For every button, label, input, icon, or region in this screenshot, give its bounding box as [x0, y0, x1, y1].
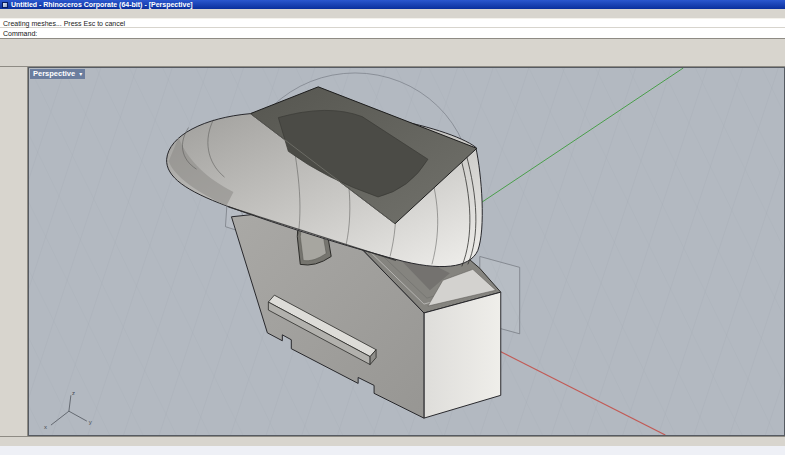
viewport-title: Perspective [33, 69, 75, 79]
menu-bar [0, 9, 785, 19]
viewport-canvas[interactable]: z x y [29, 68, 784, 435]
command-prompt[interactable]: Command: [0, 28, 785, 39]
command-history-line: Creating meshes... Press Esc to cancel [0, 19, 785, 28]
viewport-title-badge[interactable]: Perspective ▾ [30, 69, 85, 79]
toolbar-tab-row [0, 39, 785, 51]
rhino-app-icon [2, 2, 8, 8]
window-title: Untitled - Rhinoceros Corporate (64-bit)… [11, 1, 193, 8]
main-toolbar [0, 51, 785, 67]
viewport-menu-arrow-icon[interactable]: ▾ [79, 69, 82, 79]
osnap-bar [0, 446, 785, 455]
svg-text:y: y [89, 419, 92, 425]
svg-text:z: z [72, 390, 75, 396]
viewport-tab-strip [0, 436, 785, 446]
viewport-perspective[interactable]: z x y Perspective ▾ [28, 67, 785, 436]
svg-text:x: x [44, 424, 47, 430]
left-tool-sidebar [0, 67, 28, 436]
title-bar: Untitled - Rhinoceros Corporate (64-bit)… [0, 0, 785, 9]
